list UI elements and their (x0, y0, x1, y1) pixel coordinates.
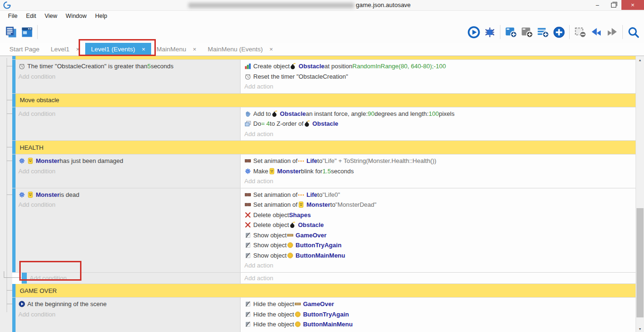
text-segment: to (317, 191, 322, 198)
text-segment: is dead (60, 191, 80, 198)
comment-row[interactable]: Move obstacle (12, 94, 636, 107)
tab-close-icon[interactable]: × (269, 46, 273, 53)
vertical-scrollbar[interactable]: ▲ ▼ (636, 56, 644, 332)
menu-window[interactable]: Window (62, 11, 91, 21)
menu-help[interactable]: Help (91, 11, 112, 21)
object-name: Monster (306, 201, 330, 208)
condition-line[interactable]: Monster is dead (16, 190, 240, 200)
object-name: Obstacle (280, 110, 306, 117)
action-line[interactable]: Set animation of Monster to "MonsterDead… (242, 200, 636, 210)
menu-file[interactable]: File (4, 11, 22, 21)
action-line[interactable]: Delete object Obstacle (242, 220, 636, 230)
text-segment: Make (253, 168, 268, 175)
menu-view[interactable]: View (40, 11, 62, 21)
comment-row[interactable] (12, 56, 636, 60)
text-segment: 1.5 (322, 168, 331, 175)
action-line[interactable]: Make Monster blink for 1.5 seconds (242, 166, 636, 177)
undo-button[interactable] (588, 24, 604, 40)
action-line[interactable]: Set animation of Life to "Life0" (242, 190, 636, 200)
action-line[interactable]: Show object GameOver (242, 230, 636, 241)
remove-event-button[interactable] (572, 24, 588, 40)
add-action-button[interactable]: Add action (242, 273, 636, 283)
add-comment-button[interactable] (535, 24, 551, 40)
event-row[interactable]: Monster is deadAdd conditionSet animatio… (12, 188, 636, 273)
condition-line[interactable]: Monster has just been damaged (16, 156, 240, 166)
add-event-button[interactable] (503, 24, 519, 40)
text-segment: "MonsterDead" (335, 201, 376, 208)
text-segment: Set animation of (253, 191, 298, 198)
scrollbar-thumb[interactable] (636, 208, 644, 317)
action-line[interactable]: Hide the object ButtonTryAgain (242, 309, 636, 320)
timer-icon (18, 63, 25, 70)
bomb-icon (290, 63, 297, 70)
redo-button[interactable] (604, 24, 620, 40)
tab-level1[interactable]: Level1× (45, 43, 85, 56)
text-segment: Show object (253, 252, 287, 259)
text-segment: Delete object (253, 221, 289, 228)
tab-close-icon[interactable]: × (142, 46, 145, 53)
debug-button[interactable] (482, 24, 498, 40)
condition-line[interactable]: The timer "ObstacleCreation" is greater … (16, 61, 240, 72)
actions-cell: Add action (241, 273, 636, 284)
monster-icon (27, 157, 34, 164)
add-subevent-button[interactable] (519, 24, 535, 40)
gdevelop-logo-icon (3, 1, 11, 9)
project-manager-button[interactable] (3, 24, 19, 40)
event-row[interactable]: At the beginning of the sceneAdd conditi… (12, 298, 636, 332)
close-button[interactable]: × (621, 0, 644, 10)
event-row[interactable]: Add conditionAdd to Obstacle an instant … (12, 107, 636, 141)
event-row[interactable]: The timer "ObstacleCreation" is greater … (12, 60, 636, 94)
action-line[interactable]: Hide the object GameOver (242, 299, 636, 309)
action-line[interactable]: Set animation of Life to "Life" + ToStri… (242, 156, 636, 166)
add-condition-button[interactable]: Add condition (16, 309, 240, 320)
menu-edit[interactable]: Edit (22, 11, 40, 21)
text-segment: Show object (253, 232, 287, 239)
toolbar-separator (37, 25, 38, 39)
action-line[interactable]: Show object ButtonMainMenu (242, 251, 636, 261)
condition-line[interactable]: At the beginning of the scene (16, 299, 240, 309)
add-action-button[interactable]: Add action (242, 81, 636, 92)
add-condition-button[interactable]: Add condition (16, 109, 240, 119)
action-line[interactable]: Do = 4 to Z-order of Obstacle (242, 119, 636, 129)
add-action-button[interactable]: Add action (242, 176, 636, 186)
action-line[interactable]: Show object ButtonTryAgain (242, 240, 636, 251)
add-condition-button[interactable]: Add condition (16, 166, 240, 177)
add-action-button[interactable]: Add action (242, 260, 636, 271)
text-segment: Create object (253, 63, 290, 70)
add-action-button[interactable]: Add action (242, 129, 636, 139)
add-circle-button[interactable] (551, 24, 567, 40)
search-button[interactable] (625, 24, 641, 40)
text-segment: = 4 (261, 120, 270, 127)
tab-close-icon[interactable]: × (193, 46, 197, 53)
action-line[interactable]: Delete object Shapes (242, 210, 636, 220)
action-line[interactable]: Reset the timer "ObstacleCreation" (242, 72, 636, 82)
sub-event-row[interactable]: Add conditionAdd action (22, 273, 636, 284)
tab-level1-events[interactable]: Level1 (Events)× (85, 43, 151, 56)
add-condition-button[interactable]: Add condition (16, 72, 240, 82)
event-row[interactable]: Monster has just been damagedAdd conditi… (12, 154, 636, 188)
action-line[interactable]: Add to Obstacle an instant force, angle:… (242, 109, 636, 119)
comment-row[interactable]: GAME OVER (12, 284, 636, 298)
add-condition-button[interactable]: Add condition (16, 200, 240, 210)
event-selection-bar (12, 188, 16, 272)
show-icon (244, 300, 251, 308)
comment-row[interactable]: HEALTH (12, 141, 636, 154)
action-line[interactable]: Create object Obstacle at position Rando… (242, 61, 636, 72)
anim-icon (244, 191, 251, 198)
show-icon (244, 321, 251, 328)
tab-start-page[interactable]: Start Page (4, 43, 45, 56)
scene-window-button[interactable] (19, 24, 35, 40)
scroll-down-arrow[interactable]: ▼ (636, 325, 644, 332)
tab-close-icon[interactable]: × (76, 46, 80, 53)
tab-mainmenu[interactable]: MainMenu× (151, 43, 202, 56)
add-condition-button[interactable]: Add condition (27, 273, 240, 283)
minimize-button[interactable]: – (589, 0, 605, 10)
scroll-up-arrow[interactable]: ▲ (636, 56, 644, 64)
restore-button[interactable] (605, 0, 621, 10)
text-segment: Reset the timer "ObstacleCreation" (253, 73, 348, 80)
play-button[interactable] (466, 24, 482, 40)
tab-mainmenu-events[interactable]: MainMenu (Events)× (202, 43, 279, 56)
gdevelop-window: game.json.autosave – × FileEditViewWindo… (0, 0, 644, 332)
action-line[interactable]: Hide the object ButtonMainMenu (242, 319, 636, 330)
add-action-button[interactable]: Add action (242, 330, 636, 332)
